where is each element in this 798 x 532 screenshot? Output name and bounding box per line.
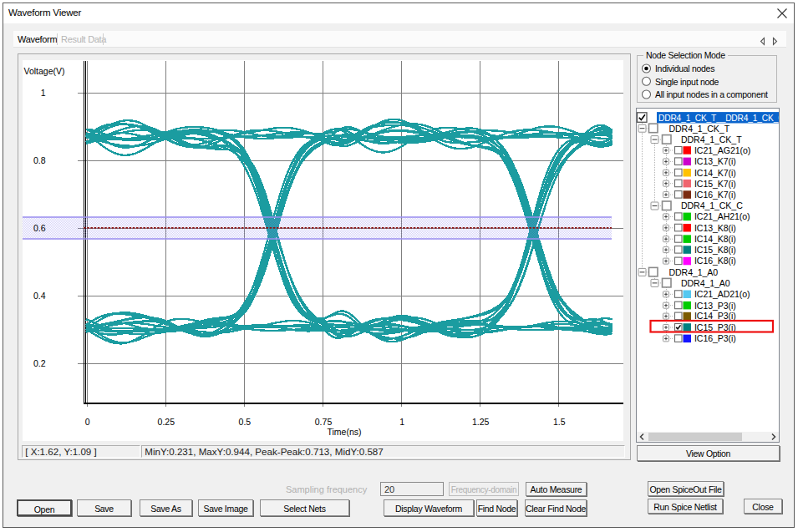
svg-text:IC15_K8(i): IC15_K8(i) [694, 245, 736, 255]
svg-text:IC14_K8(i): IC14_K8(i) [694, 234, 736, 244]
svg-text:IC14_P3(i): IC14_P3(i) [694, 311, 736, 321]
svg-text:DDR4_1_A0: DDR4_1_A0 [669, 267, 719, 277]
svg-text:DDR4_1_CK_C: DDR4_1_CK_C [681, 200, 743, 210]
svg-text:IC16_K7(i): IC16_K7(i) [694, 190, 736, 200]
svg-text:IC21_AH21(o): IC21_AH21(o) [694, 211, 750, 221]
svg-text:IC13_P3(i): IC13_P3(i) [694, 301, 736, 311]
svg-text:DDR4_1_A0: DDR4_1_A0 [681, 278, 730, 288]
svg-text:IC16_P3(i): IC16_P3(i) [694, 333, 736, 343]
svg-text:IC21_AD21(o): IC21_AD21(o) [694, 289, 750, 299]
svg-text:IC16_K8(i): IC16_K8(i) [694, 256, 736, 266]
svg-text:IC15_K7(i): IC15_K7(i) [694, 179, 736, 189]
svg-text:IC13_K7(i): IC13_K7(i) [694, 156, 736, 166]
svg-text:IC13_K8(i): IC13_K8(i) [694, 223, 736, 233]
svg-text:IC14_K7(i): IC14_K7(i) [694, 168, 736, 178]
svg-text:DDR4_1_CK_T: DDR4_1_CK_T [669, 124, 730, 134]
svg-text:IC15_P3(i): IC15_P3(i) [694, 322, 736, 332]
svg-text:DDR4_1_CK_T: DDR4_1_CK_T [681, 134, 742, 144]
svg-text:DDR4_1_CK_T__DDR4_1_CK_C_D: DDR4_1_CK_T__DDR4_1_CK_C_D [658, 114, 795, 123]
svg-text:IC21_AG21(o): IC21_AG21(o) [694, 145, 750, 155]
